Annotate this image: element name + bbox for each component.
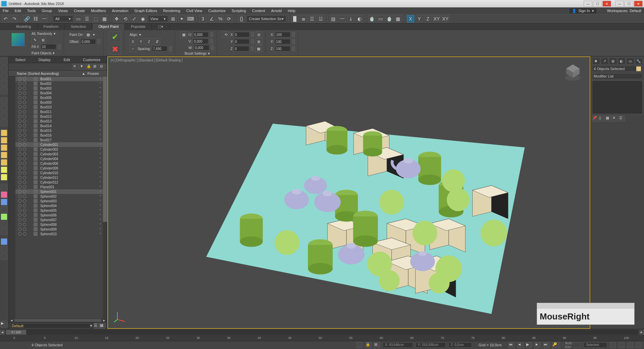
visibility-icon[interactable] xyxy=(18,134,21,137)
freeze-icon[interactable] xyxy=(23,185,26,189)
list-item[interactable]: Box004* xyxy=(9,91,107,95)
list-item[interactable]: Cylinder009* xyxy=(9,166,107,170)
cp-tab-modify[interactable]: ↗ xyxy=(601,58,609,64)
layer-dd-icon[interactable]: ▾ xyxy=(90,323,92,328)
refcoord-dropdown[interactable]: View▾ xyxy=(148,15,168,22)
list-item[interactable]: Box013* xyxy=(9,119,107,123)
play-next[interactable]: ► xyxy=(535,342,541,348)
visibility-icon[interactable] xyxy=(18,195,21,198)
list-item[interactable]: Sphere010* xyxy=(9,232,107,236)
list-item[interactable]: Box014* xyxy=(9,123,107,128)
viewport[interactable]: [+] [Orthographic ] [Standard ] [Default… xyxy=(107,56,590,329)
offset-spinbtn[interactable] xyxy=(97,39,101,44)
named-sel-dropdown[interactable]: Create Selection Se▾ xyxy=(247,15,286,22)
autokey-button[interactable]: Auto Key xyxy=(563,342,581,348)
select-name-button[interactable]: ☰ xyxy=(83,15,91,22)
spinner-snap-button[interactable]: ⟳ xyxy=(225,15,233,22)
freeze-icon[interactable] xyxy=(23,152,26,156)
freeze-icon[interactable] xyxy=(23,195,26,198)
scene-tab-display[interactable]: Display xyxy=(39,58,51,62)
lbtn-17[interactable] xyxy=(1,238,7,245)
visibility-icon[interactable] xyxy=(18,213,21,217)
list-item[interactable]: Box003* xyxy=(9,86,107,91)
time-slider-thumb[interactable]: 0 / 100 xyxy=(6,330,26,335)
lbtn-8[interactable] xyxy=(1,112,7,119)
paint-brush-icon[interactable] xyxy=(11,33,25,46)
visibility-icon[interactable] xyxy=(18,152,21,156)
menu-file[interactable]: File xyxy=(3,9,9,13)
rot-random[interactable]: ⊟ xyxy=(256,31,262,38)
list-item[interactable]: Box001* xyxy=(9,77,107,81)
layer-tool-1[interactable]: ☰ xyxy=(94,323,100,329)
visibility-icon[interactable] xyxy=(18,185,21,189)
freeze-icon[interactable] xyxy=(23,138,26,142)
visibility-icon[interactable] xyxy=(18,129,21,132)
scene-scroll-thumb[interactable] xyxy=(103,77,107,222)
sclx-spinbtn[interactable] xyxy=(292,32,295,37)
paint-tool-1[interactable]: ✎ xyxy=(32,37,38,43)
lbtn-12[interactable] xyxy=(1,199,7,205)
list-item[interactable]: Sphere003* xyxy=(9,199,107,203)
visibility-icon[interactable] xyxy=(18,204,21,207)
sclx-spinner[interactable]: 100 xyxy=(275,32,290,37)
list-item[interactable]: Cylinder001* xyxy=(9,142,107,147)
percent-snap-button[interactable]: % xyxy=(217,15,224,22)
visibility-icon[interactable] xyxy=(18,232,21,236)
signin-button[interactable]: 👤 Sign In ▾ xyxy=(569,8,597,14)
freeze-icon[interactable] xyxy=(23,148,26,151)
visibility-icon[interactable] xyxy=(18,110,21,113)
render-button[interactable]: 🍵 xyxy=(386,15,393,22)
filter-dropdown[interactable]: All▾ xyxy=(53,15,73,22)
list-item[interactable]: Sphere006* xyxy=(9,213,107,217)
rotz-spinbtn[interactable] xyxy=(251,46,254,51)
lbtn-5[interactable] xyxy=(1,87,7,94)
layer2-button[interactable]: ☳ xyxy=(317,15,325,22)
list-item[interactable]: Box005* xyxy=(9,95,107,100)
lbtn-y6[interactable] xyxy=(1,166,7,173)
visibility-icon[interactable] xyxy=(18,218,21,221)
list-item[interactable]: Box011* xyxy=(9,109,107,114)
freeze-icon[interactable] xyxy=(23,166,26,170)
redo-button[interactable]: ↷ xyxy=(11,15,18,22)
close-button-2[interactable]: ✕ xyxy=(634,1,643,7)
roty-spinner[interactable]: 0 xyxy=(234,39,250,44)
u-spinbtn[interactable] xyxy=(210,32,213,37)
spacing-mode[interactable]: ↔ xyxy=(129,45,136,52)
visibility-icon[interactable] xyxy=(18,181,21,184)
rotx-spinbtn[interactable] xyxy=(251,32,254,37)
freeze-icon[interactable] xyxy=(23,199,26,203)
list-item[interactable]: Plane001* xyxy=(9,185,107,189)
freeze-icon[interactable] xyxy=(23,190,26,193)
menu-help[interactable]: Help xyxy=(288,9,296,13)
visibility-icon[interactable] xyxy=(18,157,21,160)
align-z[interactable]: Z xyxy=(146,38,152,45)
sb-lock[interactable]: 🔒 xyxy=(365,342,371,348)
list-item[interactable]: Cylinder003* xyxy=(9,152,107,156)
visibility-icon[interactable] xyxy=(18,166,21,170)
lbtn-9[interactable] xyxy=(1,119,7,126)
scene-tool-filter[interactable]: ▼ xyxy=(79,64,86,70)
freeze-icon[interactable] xyxy=(23,162,26,165)
nav-2[interactable] xyxy=(619,342,625,348)
keymode-dropdown[interactable]: Selected xyxy=(584,342,607,348)
play-first[interactable]: ⏮ xyxy=(508,342,515,348)
list-item[interactable]: Box010* xyxy=(9,105,107,109)
scene-tab-customize[interactable]: Customize xyxy=(83,58,101,62)
lbtn-16[interactable] xyxy=(1,228,7,235)
lbtn-13[interactable] xyxy=(1,206,7,213)
freeze-icon[interactable] xyxy=(23,218,26,221)
lbtn-2[interactable] xyxy=(1,65,7,72)
tab-objectpaint[interactable]: Object Paint xyxy=(93,23,125,30)
freeze-icon[interactable] xyxy=(23,119,26,123)
menu-animation[interactable]: Animation xyxy=(112,9,128,13)
modifier-stack[interactable] xyxy=(592,81,643,114)
randomly-dropdown[interactable]: All, Randomly xyxy=(32,32,52,36)
visibility-icon[interactable] xyxy=(18,223,21,226)
render-last-button[interactable]: ▦ xyxy=(394,15,402,22)
v-spinner[interactable]: 0,000 xyxy=(193,39,208,44)
minimize-button-2[interactable]: — xyxy=(615,1,624,7)
visibility-icon[interactable] xyxy=(18,138,21,142)
freeze-icon[interactable] xyxy=(23,82,26,85)
visibility-icon[interactable] xyxy=(18,228,21,231)
menu-create[interactable]: Create xyxy=(74,9,85,13)
